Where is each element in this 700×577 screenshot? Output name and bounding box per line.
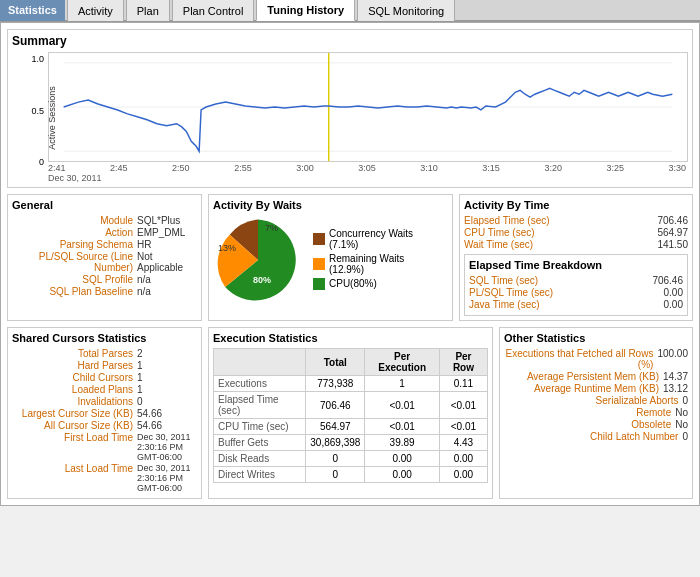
row-direct-total: 0: [306, 467, 365, 483]
legend-dot-concurrency: [313, 233, 325, 245]
activity-time-title: Activity By Time: [464, 199, 688, 211]
chart-svg: [48, 52, 688, 162]
table-row: Direct Writes 0 0.00 0.00: [214, 467, 488, 483]
breakdown-sql: SQL Time (sec) 706.46: [469, 275, 683, 286]
row-elapsed-label: Elapsed Time (sec): [214, 392, 306, 419]
row-elapsed-total: 706.46: [306, 392, 365, 419]
legend-cpu: CPU(80%): [313, 278, 413, 290]
general-section: General Module SQL*Plus Action EMP_DML P…: [7, 194, 202, 321]
tab-plan-control[interactable]: Plan Control: [172, 0, 255, 21]
sc-loaded-plans: Loaded Plans 1: [12, 384, 197, 395]
legend-dot-cpu: [313, 278, 325, 290]
col-empty: [214, 349, 306, 376]
general-title: General: [12, 199, 197, 211]
pie-chart: [213, 215, 303, 305]
general-row-profile: SQL Profile n/a: [12, 274, 197, 285]
table-row: Disk Reads 0 0.00 0.00: [214, 451, 488, 467]
general-row-plsql: PL/SQL Source (Line Number) Not Applicab…: [12, 251, 197, 273]
tab-bar: Statistics Activity Plan Plan Control Tu…: [0, 0, 700, 22]
row-cpu-label: CPU Time (sec): [214, 419, 306, 435]
time-elapsed: Elapsed Time (sec) 706.46: [464, 215, 688, 226]
sc-first-load: First Load Time Dec 30, 20112:30:16 PMGM…: [12, 432, 197, 462]
tab-activity[interactable]: Activity: [67, 0, 124, 21]
activity-waits-title: Activity By Waits: [213, 199, 448, 211]
table-row: Buffer Gets 30,869,398 39.89 4.43: [214, 435, 488, 451]
col-per-row: Per Row: [439, 349, 487, 376]
tab-plan[interactable]: Plan: [126, 0, 170, 21]
summary-section: Summary 1.0 0.5 0 Active Sessions: [7, 29, 693, 188]
x-label-0: 2:41: [48, 163, 66, 173]
os-serializable: Serializable Aborts 0: [504, 395, 688, 406]
x-label-1: 2:45: [110, 163, 128, 173]
row-elapsed-per-exec: <0.01: [365, 392, 440, 419]
summary-title: Summary: [12, 34, 688, 48]
col-total: Total: [306, 349, 365, 376]
sc-all-cursor: All Cursor Size (KB) 54.66: [12, 420, 197, 431]
pie-label-80: 80%: [253, 275, 271, 285]
x-label-6: 3:10: [420, 163, 438, 173]
x-label-8: 3:20: [544, 163, 562, 173]
row-cpu-per-exec: <0.01: [365, 419, 440, 435]
os-child-latch: Child Latch Number 0: [504, 431, 688, 442]
general-row-action: Action EMP_DML: [12, 227, 197, 238]
other-stats-section: Other Statistics Executions that Fetched…: [499, 327, 693, 499]
y-axis-label: Active Sessions: [47, 86, 57, 150]
legend-items: Concurrency Waits(7.1%) Remaining Waits(…: [313, 228, 413, 293]
breakdown-title: Elapsed Time Breakdown: [469, 259, 683, 271]
legend-remaining: Remaining Waits(12.9%): [313, 253, 413, 275]
general-row-schema: Parsing Schema HR: [12, 239, 197, 250]
pie-label-13: 13%: [218, 243, 236, 253]
execution-stats-section: Execution Statistics Total Per Execution…: [208, 327, 493, 499]
legend-concurrency: Concurrency Waits(7.1%): [313, 228, 413, 250]
sc-last-load: Last Load Time Dec 30, 20112:30:16 PMGMT…: [12, 463, 197, 493]
x-label-3: 2:55: [234, 163, 252, 173]
x-label-9: 3:25: [606, 163, 624, 173]
sc-hard-parses: Hard Parses 1: [12, 360, 197, 371]
x-label-2: 2:50: [172, 163, 190, 173]
row-buffer-per-row: 4.43: [439, 435, 487, 451]
row-elapsed-per-row: <0.01: [439, 392, 487, 419]
shared-cursors-section: Shared Cursors Statistics Total Parses 2…: [7, 327, 202, 499]
sc-total-parses: Total Parses 2: [12, 348, 197, 359]
pie-label-7: 7%: [265, 223, 278, 233]
row-cpu-per-row: <0.01: [439, 419, 487, 435]
row-direct-label: Direct Writes: [214, 467, 306, 483]
x-label-4: 3:00: [296, 163, 314, 173]
activity-time-section: Activity By Time Elapsed Time (sec) 706.…: [459, 194, 693, 321]
os-obsolete: Obsolete No: [504, 419, 688, 430]
table-row: CPU Time (sec) 564.97 <0.01 <0.01: [214, 419, 488, 435]
row-cpu-total: 564.97: [306, 419, 365, 435]
row-executions-per-exec: 1: [365, 376, 440, 392]
x-date: Dec 30, 2011: [48, 173, 688, 183]
time-cpu: CPU Time (sec) 564.97: [464, 227, 688, 238]
table-row: Elapsed Time (sec) 706.46 <0.01 <0.01: [214, 392, 488, 419]
shared-cursors-title: Shared Cursors Statistics: [12, 332, 197, 344]
row-direct-per-exec: 0.00: [365, 467, 440, 483]
other-stats-title: Other Statistics: [504, 332, 688, 344]
general-row-module: Module SQL*Plus: [12, 215, 197, 226]
row-buffer-per-exec: 39.89: [365, 435, 440, 451]
row-executions-label: Executions: [214, 376, 306, 392]
os-avg-persistent: Average Persistent Mem (KB) 14.37: [504, 371, 688, 382]
legend-dot-remaining: [313, 258, 325, 270]
breakdown-plsql: PL/SQL Time (sec) 0.00: [469, 287, 683, 298]
x-label-10: 3:30: [668, 163, 686, 173]
sc-invalidations: Invalidations 0: [12, 396, 197, 407]
row-buffer-total: 30,869,398: [306, 435, 365, 451]
activity-waits-section: Activity By Waits 7% 13% 80%: [208, 194, 453, 321]
row-direct-per-row: 0.00: [439, 467, 487, 483]
x-label-5: 3:05: [358, 163, 376, 173]
tab-sql-monitoring[interactable]: SQL Monitoring: [357, 0, 455, 21]
breakdown-java: Java Time (sec) 0.00: [469, 299, 683, 310]
row-disk-label: Disk Reads: [214, 451, 306, 467]
table-row: Executions 773,938 1 0.11: [214, 376, 488, 392]
y-mid: 0.5: [12, 106, 44, 116]
col-per-exec: Per Execution: [365, 349, 440, 376]
y-max: 1.0: [12, 54, 44, 64]
row-buffer-label: Buffer Gets: [214, 435, 306, 451]
row-executions-total: 773,938: [306, 376, 365, 392]
sc-child-cursors: Child Cursors 1: [12, 372, 197, 383]
tab-tuning-history[interactable]: Tuning History: [256, 0, 355, 21]
sc-largest-cursor: Largest Cursor Size (KB) 54.66: [12, 408, 197, 419]
exec-table: Total Per Execution Per Row Executions 7…: [213, 348, 488, 483]
